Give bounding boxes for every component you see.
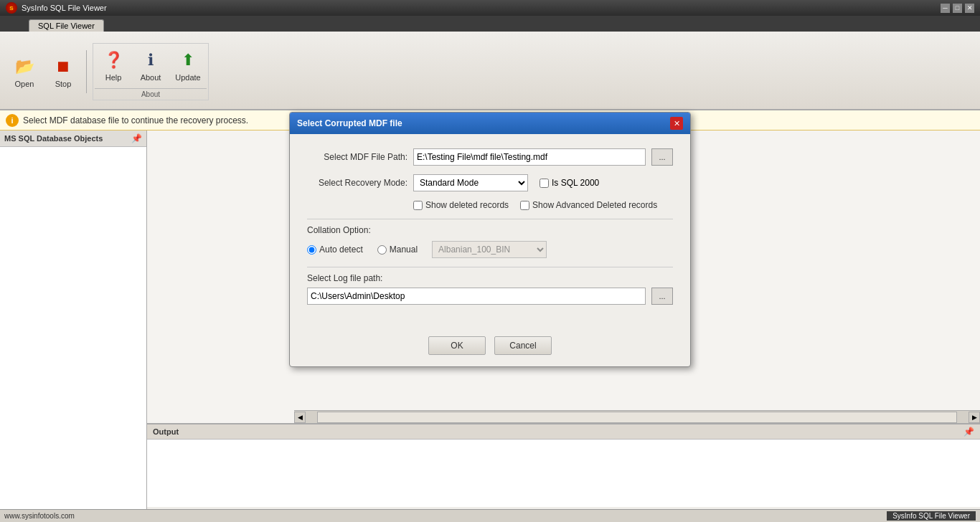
show-deleted-checkbox[interactable] <box>413 201 423 210</box>
cancel-button[interactable]: Cancel <box>494 336 552 355</box>
log-path-section: Select Log file path: ... <box>307 273 673 305</box>
manual-label: Manual <box>390 245 418 255</box>
mdf-path-label: Select MDF File Path: <box>307 152 407 162</box>
ok-button[interactable]: OK <box>428 336 486 355</box>
separator-2 <box>307 267 673 267</box>
show-advanced-deleted-label: Show Advanced Deleted records <box>532 200 657 210</box>
checkboxes-row: Show deleted records Show Advanced Delet… <box>413 200 673 210</box>
dialog-body: Select MDF File Path: ... Select Recover… <box>290 134 690 328</box>
mdf-browse-button[interactable]: ... <box>651 148 673 166</box>
dialog-footer: OK Cancel <box>290 328 690 366</box>
manual-radio[interactable] <box>377 245 387 255</box>
select-mdf-dialog: Select Corrupted MDF file ✕ Select MDF F… <box>289 112 691 367</box>
collation-radio-row: Auto detect Manual Albanian_100_BIN <box>307 241 673 258</box>
dialog-title-bar: Select Corrupted MDF file ✕ <box>290 113 690 134</box>
collation-label: Collation Option: <box>307 225 673 235</box>
collation-section: Collation Option: Auto detect Manual Alb… <box>307 225 673 258</box>
dialog-title: Select Corrupted MDF file <box>297 118 402 128</box>
log-path-row: ... <box>307 288 673 305</box>
is-sql-2000-label: Is SQL 2000 <box>552 178 599 188</box>
is-sql-2000-checkbox[interactable] <box>540 179 549 188</box>
auto-detect-radio[interactable] <box>307 245 316 255</box>
show-deleted-label: Show deleted records <box>425 200 509 210</box>
mdf-path-row: Select MDF File Path: ... <box>307 148 673 166</box>
recovery-mode-label: Select Recovery Mode: <box>307 178 407 188</box>
recovery-mode-row: Select Recovery Mode: Standard Mode Adva… <box>307 174 673 191</box>
is-sql-2000-row: Is SQL 2000 <box>540 178 599 188</box>
dialog-overlay: Select Corrupted MDF file ✕ Select MDF F… <box>0 0 980 522</box>
separator-1 <box>307 219 673 219</box>
log-path-input[interactable] <box>307 288 646 305</box>
auto-detect-label: Auto detect <box>319 245 363 255</box>
show-advanced-deleted-checkbox[interactable] <box>520 201 529 210</box>
show-advanced-deleted-item: Show Advanced Deleted records <box>520 200 657 210</box>
show-deleted-item: Show deleted records <box>413 200 509 210</box>
dialog-close-button[interactable]: ✕ <box>670 117 683 130</box>
mdf-path-input[interactable] <box>413 148 646 166</box>
collation-select[interactable]: Albanian_100_BIN <box>432 241 547 258</box>
log-browse-button[interactable]: ... <box>651 288 673 305</box>
log-path-label: Select Log file path: <box>307 273 673 283</box>
auto-detect-item: Auto detect <box>307 245 363 255</box>
manual-item: Manual <box>377 245 418 255</box>
recovery-mode-select[interactable]: Standard Mode Advanced Mode <box>413 174 528 191</box>
